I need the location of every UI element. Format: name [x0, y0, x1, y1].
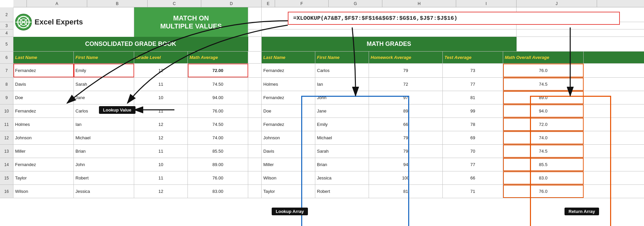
- cell-D13: 85.50: [188, 145, 248, 158]
- cell-A15: Taylor: [13, 171, 74, 184]
- cell-E10: [248, 104, 262, 118]
- excel-experts-logo: [15, 14, 32, 30]
- cell-A7: Fernandez: [13, 64, 74, 77]
- rownum-16: 16: [0, 185, 13, 198]
- cell-A14: Fernandez: [13, 158, 74, 171]
- cell-B14: John: [74, 158, 134, 171]
- cell-F11: Fernandez: [262, 118, 315, 131]
- cell-C7: 12: [134, 64, 188, 77]
- header-test-avg: Test Average: [443, 52, 503, 63]
- cell-H9: 97: [369, 91, 443, 104]
- cell-F12: Johnson: [262, 131, 315, 144]
- cell-G11: Emily: [315, 118, 369, 131]
- cell-A16: Wilson: [13, 185, 74, 198]
- col-header-B: B: [87, 0, 148, 7]
- cell-I8: 77: [443, 78, 503, 91]
- cell-J10: 94.0: [503, 104, 584, 118]
- tooltip-lookup-value: Lookup Value: [99, 106, 136, 114]
- col-header-G: G: [329, 0, 382, 7]
- rownum-4: 4: [0, 29, 13, 36]
- cell-I12: 69: [443, 131, 503, 144]
- cell-D9: 94.00: [188, 91, 248, 104]
- cell-I10: 99: [443, 104, 503, 118]
- cell-E14: [248, 158, 262, 171]
- cell-B7: Emily: [74, 64, 134, 77]
- cell-I16: 71: [443, 185, 503, 198]
- cell-E13: [248, 145, 262, 158]
- math-header: MATH GRADES: [262, 37, 517, 51]
- cell-J8: 74.5: [503, 78, 584, 91]
- col-header-E: E: [262, 0, 275, 7]
- cell-E2: [248, 7, 262, 22]
- cell-F16: Taylor: [262, 185, 315, 198]
- cell-G15: Jessica: [315, 171, 369, 184]
- cell-E3: [248, 22, 262, 29]
- cell-A9: Doe: [13, 91, 74, 104]
- cell-I13: 70: [443, 145, 503, 158]
- data-row-11: 11 Holmes Ian 12 74.50 Fernandez Emily 6…: [0, 118, 644, 131]
- cell-B15: Robert: [74, 171, 134, 184]
- header-last-name: Last Name: [13, 52, 74, 63]
- formula-text: =XLOOKUP(A7&B7,$F$7:$F$16&$G$7:$G$16,$J$…: [293, 15, 458, 21]
- cell-B12: Michael: [74, 131, 134, 144]
- tooltip-return-array: Return Array: [565, 208, 599, 215]
- cell-A11: Holmes: [13, 118, 74, 131]
- cell-H8: 72: [369, 78, 443, 91]
- rownum-14: 14: [0, 158, 13, 171]
- row-5: 5 CONSOLIDATED GRADE BOOK MATH GRADES: [0, 37, 644, 52]
- match-title-line2: MULTIPLE VALUES: [160, 22, 222, 30]
- cell-D10: 76.00: [188, 104, 248, 118]
- corner-cell: [13, 0, 27, 7]
- cell-C15: 11: [134, 171, 188, 184]
- cell-F8: Holmes: [262, 78, 315, 91]
- column-headers: A B C D E F G H I J: [13, 0, 644, 7]
- cell-H14: 94: [369, 158, 443, 171]
- cell-B13: Brian: [74, 145, 134, 158]
- cell-G12: Michael: [315, 131, 369, 144]
- cell-C9: 10: [134, 91, 188, 104]
- cell-H11: 66: [369, 118, 443, 131]
- cell-G16: Robert: [315, 185, 369, 198]
- rownum-7: 7: [0, 64, 13, 77]
- cell-G8: Ian: [315, 78, 369, 91]
- rownum-6: 6: [0, 52, 13, 63]
- cell-D12: 74.00: [188, 131, 248, 144]
- cell-H15: 100: [369, 171, 443, 184]
- cell-I15: 66: [443, 171, 503, 184]
- cell-A8: Davis: [13, 78, 74, 91]
- cell-F9: Fernandez: [262, 91, 315, 104]
- col-header-F: F: [275, 0, 329, 7]
- data-row-14: 14 Fernandez John 10 89.00 Miller Brian …: [0, 158, 644, 171]
- cell-H12: 79: [369, 131, 443, 144]
- cell-E11: [248, 118, 262, 131]
- cell-B11: Ian: [74, 118, 134, 131]
- col-header-C: C: [148, 0, 201, 7]
- cell-F15: Wilson: [262, 171, 315, 184]
- cell-C8: 11: [134, 78, 188, 91]
- cell-J13: 74.5: [503, 145, 584, 158]
- formula-box: =XLOOKUP(A7&B7,$F$7:$F$16&$G$7:$G$16,$J$…: [288, 12, 620, 25]
- spreadsheet: A B C D E F G H I J 1: [0, 0, 644, 226]
- cell-E7: [248, 64, 262, 77]
- header-r-last-name: Last Name: [262, 52, 315, 63]
- col-header-D: D: [201, 0, 262, 7]
- col-header-J: J: [517, 0, 597, 7]
- cell-A12: Johnson: [13, 131, 74, 144]
- cell-G10: Jane: [315, 104, 369, 118]
- row-6-headers: 6 Last Name First Name Grade Level Math …: [0, 52, 644, 64]
- header-math-overall: Math Overall Average: [503, 52, 584, 63]
- cell-G13: Sarah: [315, 145, 369, 158]
- cell-I14: 77: [443, 158, 503, 171]
- cell-F14: Miller: [262, 158, 315, 171]
- consolidated-header: CONSOLIDATED GRADE BOOK: [13, 37, 248, 51]
- cell-J9: 89.0: [503, 91, 584, 104]
- rownum-15: 15: [0, 171, 13, 184]
- logo-text: Excel Experts: [35, 18, 83, 26]
- data-row-8: 8 Davis Sarah 11 74.50 Holmes Ian 72 77 …: [0, 78, 644, 91]
- cell-H16: 81: [369, 185, 443, 198]
- rownum-11: 11: [0, 118, 13, 131]
- cell-D11: 74.50: [188, 118, 248, 131]
- cell-F13: Davis: [262, 145, 315, 158]
- cell-E9: [248, 91, 262, 104]
- cell-G9: John: [315, 91, 369, 104]
